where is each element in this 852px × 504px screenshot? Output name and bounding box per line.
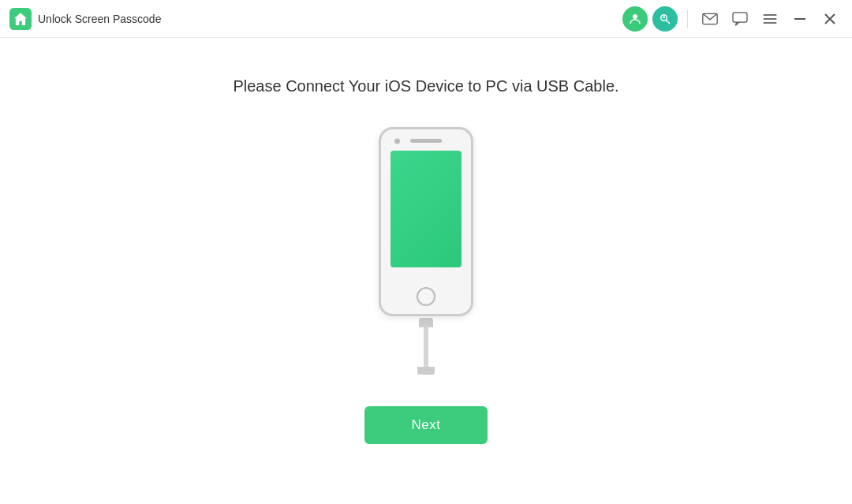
svg-point-4 [663,16,665,18]
menu-button[interactable] [757,6,783,32]
cable-connector-bottom [417,367,435,375]
svg-line-3 [667,20,671,24]
titlebar-actions [622,6,843,32]
instruction-text: Please Connect Your iOS Device to PC via… [233,77,618,95]
phone-illustration [379,127,473,375]
cable-connector-top [419,318,433,327]
divider [687,9,688,28]
mail-button[interactable] [697,6,723,32]
cable-line [424,327,428,367]
next-button[interactable]: Next [364,406,488,444]
phone-body [379,127,473,316]
minimize-button[interactable] [787,6,813,32]
chat-button[interactable] [727,6,753,32]
svg-point-1 [633,14,637,19]
home-icon [9,8,32,30]
main-content: Please Connect Your iOS Device to PC via… [0,38,852,504]
phone-home-button [417,287,435,306]
user-icon[interactable] [622,6,648,32]
search-user-icon[interactable] [652,6,678,32]
close-button[interactable] [817,6,843,32]
titlebar-title: Unlock Screen Passcode [38,13,622,25]
titlebar: Unlock Screen Passcode [0,0,852,38]
usb-cable [417,318,435,375]
svg-rect-6 [733,12,747,21]
phone-screen [390,151,462,267]
phone-speaker [410,139,442,143]
